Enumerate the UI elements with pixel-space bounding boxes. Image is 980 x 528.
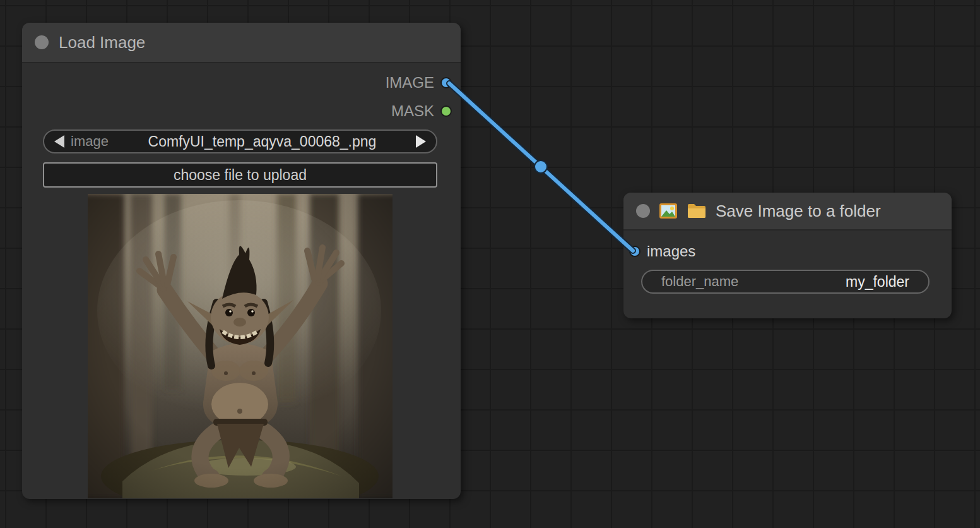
input-slot-label: images [647, 243, 695, 260]
prev-arrow-icon[interactable] [54, 135, 64, 148]
collapse-toggle-icon[interactable] [636, 204, 650, 218]
save-image-node-header[interactable]: Save Image to a folder [623, 193, 952, 231]
combo-label: image [71, 133, 109, 150]
load-image-node[interactable]: Load Image IMAGE MASK image ComfyUI_temp… [22, 23, 461, 499]
node-title: Load Image [59, 33, 145, 52]
image-output-dot-icon[interactable] [440, 77, 452, 88]
mask-output-slot[interactable]: MASK [391, 104, 452, 119]
folder-name-value: my_folder [846, 273, 909, 291]
folder-name-label: folder_name [661, 273, 738, 290]
output-slot-label: IMAGE [386, 74, 434, 92]
images-input-dot-icon[interactable] [629, 246, 641, 257]
image-to-images-link [449, 83, 633, 251]
node-canvas[interactable]: Load Image IMAGE MASK image ComfyUI_temp… [0, 0, 980, 528]
image-combo-widget[interactable]: image ComfyUI_temp_aqyva_00068_.png [43, 129, 437, 153]
troll-preview-illustration [88, 194, 393, 498]
picture-icon [659, 202, 678, 220]
link-midpoint-dot[interactable] [534, 160, 547, 173]
combo-value: ComfyUI_temp_aqyva_00068_.png [109, 133, 416, 150]
collapse-toggle-icon[interactable] [35, 35, 49, 49]
folder-icon [687, 203, 707, 219]
output-slot-label: MASK [391, 102, 434, 120]
load-image-node-header[interactable]: Load Image [22, 23, 461, 63]
node-title: Save Image to a folder [716, 201, 881, 221]
choose-file-button[interactable]: choose file to upload [43, 162, 437, 188]
save-image-node[interactable]: Save Image to a folder images folder_nam… [623, 193, 952, 318]
link-outline [449, 83, 633, 251]
images-input-slot[interactable]: images [629, 244, 695, 259]
image-output-slot[interactable]: IMAGE [386, 75, 452, 90]
mask-output-dot-icon[interactable] [440, 105, 452, 117]
folder-name-widget[interactable]: folder_name my_folder [641, 270, 930, 294]
image-preview [88, 194, 393, 498]
next-arrow-icon[interactable] [416, 135, 426, 148]
